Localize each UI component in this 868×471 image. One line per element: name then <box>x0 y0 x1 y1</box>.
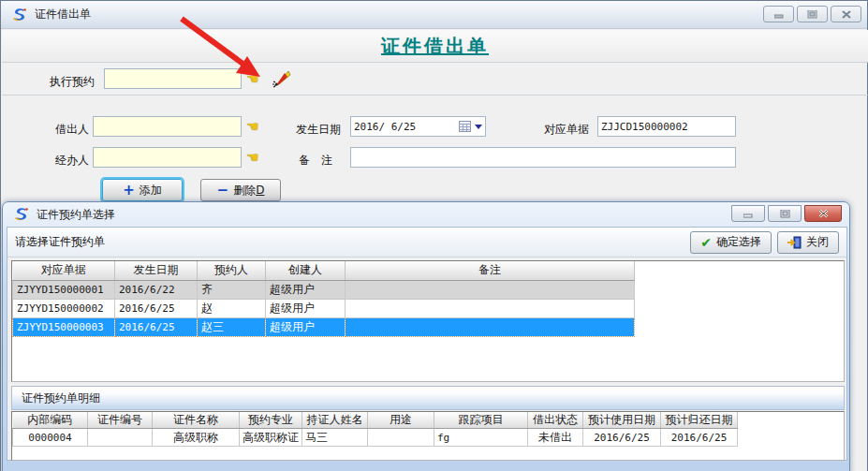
column-header[interactable]: 预计使用日期 <box>583 412 661 429</box>
column-header[interactable]: 预计归还日期 <box>661 412 738 429</box>
table-cell[interactable]: ZJYYD150000003 <box>13 317 115 336</box>
column-header[interactable]: 持证人姓名 <box>302 412 368 429</box>
table-row[interactable]: ZJYYD1500000022016/6/25赵超级用户 <box>13 299 635 317</box>
handler-lookup-hand-icon[interactable]: ☚ <box>246 151 258 165</box>
column-header[interactable]: 预约人 <box>198 261 266 280</box>
handler-label: 经办人 <box>55 153 89 169</box>
confirm-select-button[interactable]: ✔ 确定选择 <box>690 231 772 254</box>
table-cell[interactable] <box>368 429 434 447</box>
close-dialog-label: 关闭 <box>806 234 829 250</box>
calendar-icon <box>459 121 471 132</box>
date-dropdown-arrow-icon[interactable] <box>475 125 482 129</box>
table-cell[interactable]: 齐 <box>198 280 266 299</box>
plus-icon: + <box>123 184 135 198</box>
execute-reservation-input[interactable] <box>104 68 242 89</box>
add-button[interactable]: + 添加 <box>102 179 183 201</box>
execute-reservation-lookup-hand-icon[interactable]: ☚ <box>246 72 258 86</box>
dialog-title: 证件预约单选择 <box>37 207 115 223</box>
dialog-window-controls <box>731 205 842 222</box>
restore-icon[interactable] <box>797 6 828 22</box>
table-row[interactable]: ZJYYD1500000012016/6/22齐超级用户 <box>13 280 635 299</box>
table-cell[interactable]: 高级职称 <box>153 429 240 447</box>
table-row[interactable]: ZJYYD1500000032016/6/25赵三超级用户 <box>13 317 635 336</box>
corresponding-doc-input[interactable]: ZJJCD150000002 <box>597 116 736 137</box>
delete-button[interactable]: − 删除D <box>200 179 281 201</box>
table-cell[interactable] <box>346 299 635 317</box>
detail-section-header: 证件预约单明细 <box>11 386 845 410</box>
checkmark-icon: ✔ <box>700 236 712 249</box>
column-header[interactable]: 内部编码 <box>13 412 88 429</box>
table-cell[interactable]: 高级职称证 <box>240 429 302 447</box>
table-cell[interactable]: 0000004 <box>13 429 88 447</box>
close-icon[interactable] <box>804 205 842 222</box>
remark-label: 备 注 <box>299 153 332 169</box>
dialog-toolbar: 请选择证件预约单 ✔ 确定选择 关闭 <box>7 228 846 258</box>
page-title: 证件借出单 <box>381 34 489 59</box>
app-logo-icon <box>14 207 29 222</box>
table-cell[interactable]: 超级用户 <box>266 317 346 336</box>
column-header[interactable]: 跟踪项目 <box>434 412 528 429</box>
table-cell[interactable]: 2016/6/22 <box>115 280 198 299</box>
column-header[interactable]: 借出状态 <box>528 412 583 429</box>
close-icon[interactable] <box>831 6 861 22</box>
table-cell[interactable]: 超级用户 <box>266 280 346 299</box>
minimize-icon[interactable] <box>731 205 765 222</box>
column-header[interactable]: 发生日期 <box>115 261 198 280</box>
borrower-lookup-hand-icon[interactable]: ☚ <box>246 120 258 134</box>
delete-button-label: 删除D <box>233 183 264 199</box>
table-cell[interactable]: 超级用户 <box>266 299 346 317</box>
reservation-table: 对应单据发生日期预约人创建人备注 ZJYYD1500000012016/6/22… <box>12 261 635 337</box>
restore-icon[interactable] <box>768 205 802 222</box>
main-window-title: 证件借出单 <box>35 7 91 22</box>
minimize-icon[interactable] <box>763 6 794 22</box>
table-row[interactable]: 0000004高级职称高级职称证马三fg未借出2016/6/252016/6/2… <box>13 429 738 447</box>
table-cell[interactable]: fg <box>434 429 528 447</box>
borrower-label: 借出人 <box>55 122 89 138</box>
detail-grid-area[interactable]: 内部编码证件编号证件名称预约专业持证人姓名用途跟踪项目借出状态预计使用日期预计归… <box>11 411 845 461</box>
dialog-content: 请选择证件预约单 ✔ 确定选择 关闭 <box>7 227 847 461</box>
column-header[interactable]: 备注 <box>346 261 635 280</box>
table-cell[interactable]: ZJYYD150000001 <box>13 280 115 299</box>
confirm-select-label: 确定选择 <box>716 234 761 250</box>
table-cell[interactable] <box>88 429 153 447</box>
execute-reservation-label: 执行预约 <box>50 74 95 90</box>
reservation-select-dialog: 证件预约单选择 请选择证件预约单 ✔ 确定选择 关闭 <box>2 201 850 471</box>
occur-date-label: 发生日期 <box>296 122 341 138</box>
close-dialog-button[interactable]: 关闭 <box>777 231 839 254</box>
reservation-table-header-row: 对应单据发生日期预约人创建人备注 <box>13 261 635 280</box>
handler-input[interactable] <box>93 147 242 168</box>
table-cell[interactable] <box>346 280 635 299</box>
column-header[interactable]: 证件编号 <box>88 412 153 429</box>
column-header[interactable]: 证件名称 <box>153 412 240 429</box>
table-cell[interactable]: 马三 <box>302 429 368 447</box>
minus-icon: − <box>217 184 229 198</box>
main-window-controls <box>763 6 861 22</box>
verify-pencil-icon[interactable] <box>271 68 291 89</box>
reservation-grid-area[interactable]: 对应单据发生日期预约人创建人备注 ZJYYD1500000012016/6/22… <box>11 260 845 382</box>
occur-date-picker[interactable]: 2016/ 6/25 <box>350 116 486 137</box>
dialog-titlebar: 证件预约单选择 <box>3 202 849 227</box>
detail-table-header-row: 内部编码证件编号证件名称预约专业持证人姓名用途跟踪项目借出状态预计使用日期预计归… <box>13 412 738 429</box>
exit-door-icon <box>787 236 802 249</box>
column-header[interactable]: 对应单据 <box>13 261 115 280</box>
detail-section-title: 证件预约单明细 <box>22 390 100 406</box>
column-header[interactable]: 创建人 <box>266 261 346 280</box>
table-cell[interactable] <box>346 317 635 336</box>
column-header[interactable]: 用途 <box>368 412 434 429</box>
app-logo-icon <box>12 7 27 22</box>
occur-date-value: 2016/ 6/25 <box>354 121 416 133</box>
table-cell[interactable]: 2016/6/25 <box>661 429 738 447</box>
column-header[interactable]: 预约专业 <box>240 412 302 429</box>
main-titlebar: 证件借出单 <box>1 1 867 29</box>
table-cell[interactable]: 赵三 <box>198 317 266 336</box>
table-cell[interactable]: ZJYYD150000002 <box>13 299 115 317</box>
borrower-input[interactable] <box>93 116 242 137</box>
table-cell[interactable]: 赵 <box>198 299 266 317</box>
table-cell[interactable]: 未借出 <box>528 429 583 447</box>
table-cell[interactable]: 2016/6/25 <box>115 317 198 336</box>
heading-band: 证件借出单 <box>2 30 868 63</box>
add-button-label: 添加 <box>140 183 162 199</box>
remark-input[interactable] <box>350 147 736 168</box>
table-cell[interactable]: 2016/6/25 <box>583 429 661 447</box>
table-cell[interactable]: 2016/6/25 <box>115 299 198 317</box>
